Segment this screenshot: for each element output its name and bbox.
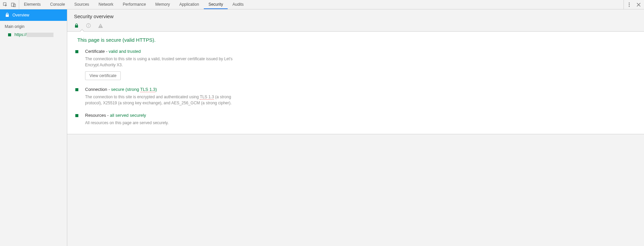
sidebar-section-main-origin: Main origin [0, 21, 67, 31]
tab-sources[interactable]: Sources [70, 0, 94, 9]
tab-security[interactable]: Security [204, 0, 228, 9]
resources-body: Resources - all served securely All reso… [85, 113, 169, 126]
secure-indicator-icon[interactable] [74, 23, 79, 28]
tabbar-left-tools [0, 0, 19, 9]
certificate-heading: Certificate - valid and trusted [85, 49, 243, 54]
close-icon[interactable] [636, 2, 641, 7]
secure-bullet-icon [8, 33, 11, 36]
security-indicator-row [74, 23, 637, 31]
sidebar-item-overview[interactable]: Overview [0, 9, 67, 21]
origin-url: https:// [14, 32, 53, 37]
svg-point-4 [629, 4, 630, 5]
security-sidebar: Overview Main origin https:// [0, 9, 67, 246]
secure-bullet-icon [75, 114, 78, 117]
security-headline: This page is secure (valid HTTPS). [77, 37, 636, 43]
content-filler [67, 134, 644, 246]
warning-indicator-icon[interactable] [98, 23, 103, 28]
certificate-body: Certificate - valid and trusted The conn… [85, 49, 243, 80]
secure-bullet-icon [75, 50, 78, 53]
tab-network[interactable]: Network [94, 0, 118, 9]
resources-description: All resources on this page are served se… [85, 120, 169, 126]
certificate-description: The connection to this site is using a v… [85, 56, 243, 68]
svg-point-3 [629, 2, 630, 3]
page-title: Security overview [74, 13, 637, 19]
connection-heading: Connection - secure (strong TLS 1.3) [85, 87, 243, 92]
resources-heading: Resources - all served securely [85, 113, 169, 118]
connection-body: Connection - secure (strong TLS 1.3) The… [85, 87, 243, 106]
device-toolbar-icon[interactable] [11, 2, 16, 7]
view-certificate-button[interactable]: View certificate [85, 71, 121, 80]
tabbar-tabs: ElementsConsoleSourcesNetworkPerformance… [19, 0, 249, 9]
tab-performance[interactable]: Performance [118, 0, 151, 9]
svg-rect-1 [11, 3, 14, 6]
security-content: Security overview This page is secure (v… [67, 9, 644, 246]
tab-elements[interactable]: Elements [19, 0, 45, 9]
origin-redacted [27, 33, 53, 37]
tab-audits[interactable]: Audits [228, 0, 248, 9]
svg-point-5 [629, 6, 630, 7]
tab-application[interactable]: Application [175, 0, 204, 9]
certificate-block: Certificate - valid and trusted The conn… [75, 49, 636, 80]
more-menu-icon[interactable] [627, 2, 632, 7]
content-header: Security overview [67, 9, 644, 32]
info-indicator-icon[interactable] [86, 23, 91, 28]
lock-icon [5, 13, 9, 18]
indicator-pointer [80, 29, 84, 32]
devtools-tabbar: ElementsConsoleSourcesNetworkPerformance… [0, 0, 644, 9]
connection-description: The connection to this site is encrypted… [85, 94, 243, 106]
sidebar-origin-item[interactable]: https:// [0, 31, 67, 38]
content-body: This page is secure (valid HTTPS). Certi… [67, 32, 644, 134]
resources-block: Resources - all served securely All reso… [75, 113, 636, 126]
tab-console[interactable]: Console [45, 0, 70, 9]
main-area: Overview Main origin https:// Security o… [0, 9, 644, 246]
tab-memory[interactable]: Memory [151, 0, 175, 9]
svg-point-8 [88, 24, 89, 25]
tabbar-right-tools [623, 0, 644, 9]
sidebar-overview-label: Overview [12, 13, 29, 17]
inspect-element-icon[interactable] [3, 2, 8, 7]
connection-block: Connection - secure (strong TLS 1.3) The… [75, 87, 636, 106]
secure-bullet-icon [75, 88, 78, 91]
